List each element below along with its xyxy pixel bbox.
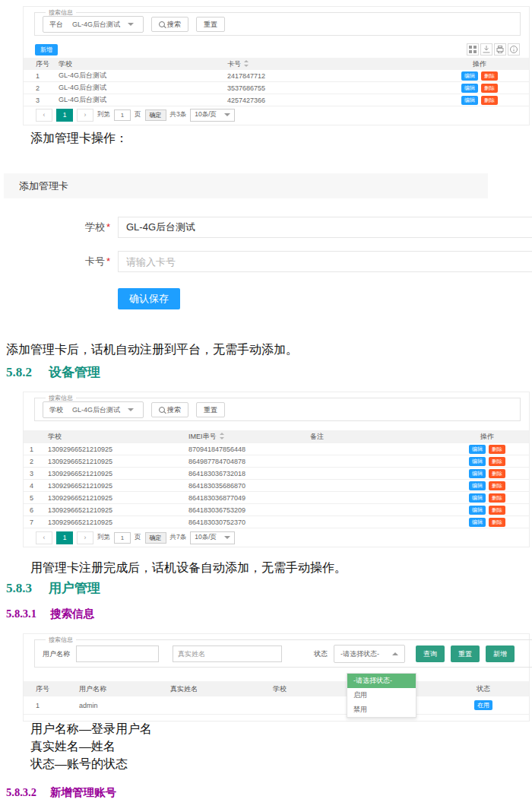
confirm-save-button[interactable]: 确认保存	[118, 288, 180, 309]
add-button[interactable]: 新增	[35, 44, 58, 56]
card-field-row: 卡号*	[8, 251, 532, 272]
delete-button[interactable]: 删除	[489, 445, 505, 454]
delete-button[interactable]: 删除	[489, 493, 505, 503]
col-card[interactable]: 卡号	[227, 59, 430, 69]
delete-button[interactable]: 删除	[489, 457, 505, 466]
cell-school: 13092966521210925	[48, 458, 188, 465]
goto-prefix: 到第	[97, 533, 110, 542]
table-row: 2 13092966521210925 864987784704878 编辑删除	[24, 455, 529, 468]
prev-page-button[interactable]: ‹	[36, 531, 52, 544]
col-index: 序号	[36, 684, 79, 694]
reset-button[interactable]: 重置	[451, 645, 480, 662]
cell-index: 1	[36, 702, 79, 709]
delete-button[interactable]: 删除	[489, 481, 505, 490]
status-dropdown: -请选择状态- 启用 禁用	[347, 673, 416, 718]
add-button[interactable]: 新增	[486, 645, 515, 662]
cell-index: 1	[36, 72, 59, 80]
search-icon	[159, 407, 165, 413]
sort-icon[interactable]	[243, 60, 249, 67]
search-button[interactable]: 搜索	[151, 17, 188, 32]
query-button[interactable]: 查询	[416, 645, 445, 662]
goto-page-input[interactable]	[114, 532, 131, 544]
school-select[interactable]: 学校 GL-4G后台测试	[43, 401, 144, 418]
cell-card: 3537686755	[227, 84, 430, 92]
goto-confirm-button[interactable]: 确定	[145, 532, 166, 544]
goto-page-input[interactable]	[114, 109, 131, 121]
edit-button[interactable]: 编辑	[469, 469, 486, 478]
edit-button[interactable]: 编辑	[469, 457, 486, 466]
cell-school: 13092966521210925	[48, 470, 188, 477]
current-page-button[interactable]: 1	[56, 109, 73, 122]
table-toolbar: 新增	[24, 43, 529, 56]
search-button-label: 搜索	[167, 20, 181, 30]
col-imei[interactable]: IMEI串号	[188, 432, 310, 442]
platform-select[interactable]: 平台 GL-4G后台测试	[43, 16, 144, 33]
cell-imei: 864183036877049	[188, 494, 310, 502]
edit-button[interactable]: 编辑	[469, 493, 486, 503]
edit-button[interactable]: 编辑	[461, 96, 478, 105]
page-size-select[interactable]: 10条/页	[190, 109, 235, 122]
card-field-label: 卡号*	[8, 255, 118, 268]
info-icon[interactable]	[508, 43, 520, 56]
download-icon[interactable]	[480, 43, 492, 56]
edit-button[interactable]: 编辑	[469, 518, 486, 527]
print-icon[interactable]	[494, 43, 506, 56]
cell-imei: 864183036732018	[188, 470, 310, 477]
edit-button[interactable]: 编辑	[469, 445, 486, 454]
edit-button[interactable]: 编辑	[469, 481, 486, 490]
card-number-field[interactable]	[118, 251, 532, 272]
edit-button[interactable]: 编辑	[461, 84, 478, 93]
table-row: 1 GL-4G后台测试 2417847712 编辑删除	[24, 70, 529, 82]
heading-5-8-3: 5.8.3 用户管理	[6, 579, 100, 597]
total-count: 共3条	[170, 110, 187, 119]
table-row: 3 GL-4G后台测试 4257427366 编辑删除	[24, 94, 529, 106]
pagination: ‹ 1 › 到第 页 确定 共3条 10条/页	[24, 109, 235, 121]
delete-button[interactable]: 删除	[481, 84, 498, 93]
table-header: 学校 IMEI串号 备注 操作	[24, 430, 529, 443]
current-page-button[interactable]: 1	[56, 531, 73, 544]
prev-page-button[interactable]: ‹	[36, 109, 52, 122]
cell-school: 13092966521210925	[48, 519, 188, 526]
goto-prefix: 到第	[97, 110, 110, 119]
status-select[interactable]: -请选择状态-	[334, 645, 405, 663]
school-field-row: 学校*	[8, 217, 532, 238]
status-value: -请选择状态-	[340, 649, 379, 659]
page-size-select[interactable]: 10条/页	[190, 531, 235, 544]
school-field[interactable]	[118, 217, 532, 238]
next-page-button[interactable]: ›	[77, 531, 93, 544]
chevron-down-icon	[224, 536, 230, 539]
edit-button[interactable]: 编辑	[461, 71, 478, 81]
panel-title: 添加管理卡	[19, 179, 68, 193]
school-field-label: 学校*	[8, 220, 118, 234]
reset-button[interactable]: 重置	[196, 402, 225, 417]
required-mark: *	[106, 255, 110, 267]
cell-imei: 864183030752370	[188, 519, 310, 526]
document-page: 搜索信息 平台 GL-4G后台测试 搜索 重置 新增	[0, 0, 532, 812]
col-note: 备注	[310, 432, 445, 442]
glossary-line: 真实姓名—姓名	[30, 739, 116, 755]
delete-button[interactable]: 删除	[489, 518, 505, 527]
realname-input[interactable]	[173, 645, 282, 662]
delete-button[interactable]: 删除	[489, 506, 505, 515]
status-label: 状态	[314, 649, 328, 659]
delete-button[interactable]: 删除	[489, 469, 505, 478]
username-input[interactable]	[76, 645, 159, 662]
delete-button[interactable]: 删除	[481, 96, 498, 105]
edit-button[interactable]: 编辑	[469, 506, 486, 515]
dropdown-option[interactable]: 启用	[347, 688, 416, 703]
col-school: 学校	[59, 59, 227, 69]
search-button[interactable]: 搜索	[151, 402, 188, 417]
grid-icon[interactable]	[467, 43, 479, 56]
col-username: 用户名称	[79, 684, 170, 694]
dropdown-option[interactable]: -请选择状态-	[347, 674, 416, 688]
dropdown-option[interactable]: 禁用	[347, 703, 416, 717]
sort-icon[interactable]	[219, 433, 225, 439]
next-page-button[interactable]: ›	[77, 109, 93, 122]
reset-button[interactable]: 重置	[196, 17, 225, 32]
required-mark: *	[106, 221, 110, 233]
delete-button[interactable]: 删除	[481, 71, 498, 81]
goto-confirm-button[interactable]: 确定	[145, 109, 166, 121]
col-ops: 操作	[430, 59, 529, 69]
paragraph-after-device: 用管理卡注册完成后，话机设备自动添加，无需手动操作。	[30, 560, 347, 576]
cell-school: GL-4G后台测试	[59, 95, 227, 105]
